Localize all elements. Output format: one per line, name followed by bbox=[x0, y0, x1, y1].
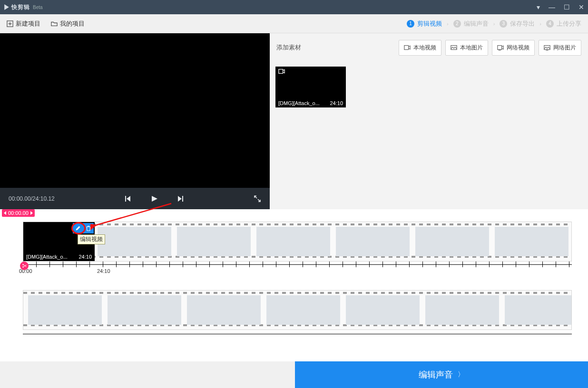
net-video-icon bbox=[497, 45, 504, 50]
folder-icon bbox=[51, 20, 58, 27]
step-1[interactable]: 1剪辑视频 bbox=[407, 19, 442, 28]
svg-rect-5 bbox=[279, 69, 283, 74]
chevron-right-icon: › bbox=[447, 21, 449, 27]
delete-clip-button[interactable] bbox=[83, 223, 94, 233]
svg-rect-3 bbox=[498, 46, 502, 50]
preview-panel: 00:00.00/24:10.12 bbox=[0, 33, 270, 209]
preview-controls: 00:00.00/24:10.12 bbox=[0, 188, 270, 209]
svg-point-8 bbox=[22, 266, 24, 268]
new-project-button[interactable]: 新建项目 bbox=[7, 19, 40, 28]
chevron-right-icon: › bbox=[539, 21, 541, 27]
trash-icon bbox=[86, 225, 91, 231]
step-2[interactable]: 2编辑声音 bbox=[453, 19, 489, 28]
empty-slot[interactable] bbox=[177, 227, 251, 256]
network-image-button[interactable]: 网络图片 bbox=[539, 40, 581, 56]
empty-slot[interactable] bbox=[505, 295, 572, 325]
net-image-icon bbox=[544, 45, 550, 50]
timeline-area: 00:00.00 编辑视频 [DMG][Attack_o... 24:10 bbox=[0, 209, 588, 334]
step-3[interactable]: 3保存导出 bbox=[500, 19, 535, 28]
empty-slot[interactable] bbox=[425, 295, 499, 325]
material-title: 添加素材 bbox=[276, 43, 301, 52]
menu-bar: 新建项目 我的项目 1剪辑视频 › 2编辑声音 › 3保存导出 › 4上传分享 bbox=[0, 14, 588, 33]
material-clip[interactable]: [DMG][Attack_o... 24:10 bbox=[275, 67, 346, 107]
video-track[interactable]: 编辑视频 [DMG][Attack_o... 24:10 bbox=[23, 222, 572, 262]
step-4[interactable]: 4上传分享 bbox=[546, 19, 581, 28]
chevron-right-icon: › bbox=[493, 21, 495, 27]
clip-name: [DMG][Attack_o... bbox=[26, 254, 68, 260]
fullscreen-button[interactable] bbox=[254, 195, 261, 203]
camera-icon bbox=[278, 68, 285, 75]
material-panel: 添加素材 本地视频 本地图片 网络视频 网络图片 bbox=[270, 33, 588, 209]
scissors-icon bbox=[22, 263, 27, 268]
play-button[interactable] bbox=[150, 195, 158, 203]
material-header: 添加素材 本地视频 本地图片 网络视频 网络图片 bbox=[270, 33, 588, 62]
empty-slot[interactable] bbox=[98, 227, 171, 256]
empty-slot[interactable] bbox=[108, 295, 181, 325]
chevron-right-icon: 〉 bbox=[458, 370, 464, 379]
next-button[interactable] bbox=[177, 195, 185, 203]
main-area: 00:00.00/24:10.12 添加素材 本地视频 本地图片 bbox=[0, 33, 588, 209]
my-projects-button[interactable]: 我的项目 bbox=[51, 19, 85, 28]
pencil-icon bbox=[75, 225, 81, 231]
clip-duration: 24:10 bbox=[78, 254, 92, 260]
secondary-track[interactable] bbox=[23, 290, 572, 330]
edit-tooltip: 编辑视频 bbox=[78, 234, 105, 244]
preview-time: 00:00.00/24:10.12 bbox=[9, 195, 55, 202]
cut-handle[interactable] bbox=[20, 262, 29, 270]
close-button[interactable]: ✕ bbox=[578, 4, 584, 10]
empty-slot[interactable] bbox=[187, 295, 261, 325]
dropdown-icon[interactable]: ▾ bbox=[537, 4, 540, 10]
beta-badge: Beta bbox=[33, 5, 43, 10]
image-icon bbox=[451, 45, 457, 50]
new-project-label: 新建项目 bbox=[16, 19, 40, 28]
next-step-button[interactable]: 编辑声音 〉 bbox=[295, 361, 588, 388]
svg-point-7 bbox=[22, 264, 24, 265]
title-bar: 快剪辑 Beta ▾ ― ☐ ✕ bbox=[0, 0, 588, 14]
my-projects-label: 我的项目 bbox=[60, 19, 85, 28]
local-image-button[interactable]: 本地图片 bbox=[445, 40, 488, 56]
material-body: [DMG][Attack_o... 24:10 bbox=[270, 62, 588, 209]
app-logo: 快剪辑 Beta bbox=[4, 3, 43, 11]
play-icon bbox=[4, 4, 10, 10]
empty-slot[interactable] bbox=[346, 295, 420, 325]
playhead-tag[interactable]: 00:00.00 bbox=[2, 209, 35, 217]
empty-slot[interactable] bbox=[266, 295, 340, 325]
empty-slot[interactable] bbox=[336, 227, 410, 256]
time-ruler[interactable]: 00:00 24:10 bbox=[16, 262, 572, 281]
bottom-bar: 编辑声音 〉 bbox=[0, 361, 588, 388]
local-video-button[interactable]: 本地视频 bbox=[399, 40, 441, 56]
maximize-button[interactable]: ☐ bbox=[564, 4, 570, 10]
window-controls: ▾ ― ☐ ✕ bbox=[537, 4, 584, 10]
bottom-spacer bbox=[0, 361, 295, 388]
svg-rect-1 bbox=[404, 46, 409, 50]
app-name: 快剪辑 bbox=[11, 3, 30, 11]
minimize-button[interactable]: ― bbox=[549, 4, 555, 10]
empty-slot[interactable] bbox=[495, 227, 568, 256]
clip-name: [DMG][Attack_o... bbox=[278, 100, 320, 106]
ruler-line bbox=[23, 334, 572, 334]
empty-slot[interactable] bbox=[256, 227, 330, 256]
ruler-label-end: 24:10 bbox=[97, 268, 110, 274]
plus-box-icon bbox=[7, 20, 13, 27]
empty-slot[interactable] bbox=[28, 295, 102, 325]
empty-slot[interactable] bbox=[415, 227, 489, 256]
video-icon bbox=[404, 45, 411, 50]
timeline-clip[interactable]: 编辑视频 [DMG][Attack_o... 24:10 bbox=[23, 222, 95, 261]
clip-duration: 24:10 bbox=[330, 100, 343, 106]
preview-canvas[interactable] bbox=[0, 33, 270, 188]
edit-clip-button[interactable] bbox=[73, 223, 83, 233]
step-nav: 1剪辑视频 › 2编辑声音 › 3保存导出 › 4上传分享 bbox=[407, 19, 581, 28]
prev-button[interactable] bbox=[124, 195, 131, 203]
network-video-button[interactable]: 网络视频 bbox=[492, 40, 535, 56]
